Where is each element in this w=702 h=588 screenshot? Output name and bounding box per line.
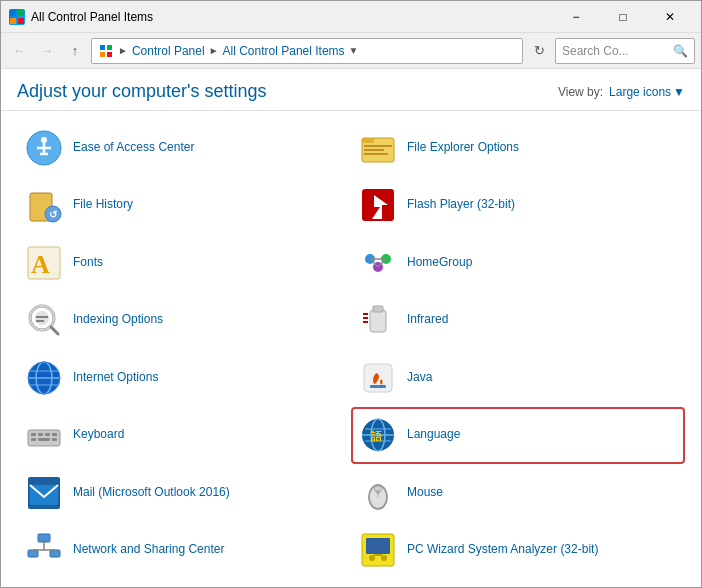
svg-rect-73 bbox=[28, 550, 38, 557]
mail-label: Mail (Microsoft Outlook 2016) bbox=[73, 485, 230, 501]
item-homegroup[interactable]: HomeGroup bbox=[351, 234, 685, 292]
window-title: All Control Panel Items bbox=[31, 10, 553, 24]
breadcrumb-home-icon bbox=[98, 43, 114, 59]
search-bar[interactable]: Search Co... 🔍 bbox=[555, 38, 695, 64]
flashplayer-icon bbox=[359, 186, 397, 224]
svg-rect-50 bbox=[370, 385, 386, 388]
item-file-history[interactable]: ↺ File History bbox=[17, 177, 351, 235]
item-java[interactable]: Java bbox=[351, 349, 685, 407]
ease-label: Ease of Access Center bbox=[73, 140, 194, 156]
homegroup-label: HomeGroup bbox=[407, 255, 472, 271]
fileexplorer-label: File Explorer Options bbox=[407, 140, 519, 156]
back-button[interactable]: ← bbox=[7, 39, 31, 63]
keyboard-label: Keyboard bbox=[73, 427, 124, 443]
svg-point-9 bbox=[41, 137, 47, 143]
item-mouse[interactable]: Mouse bbox=[351, 464, 685, 522]
svg-rect-53 bbox=[38, 433, 43, 436]
svg-rect-17 bbox=[364, 149, 384, 151]
item-keyboard[interactable]: Keyboard bbox=[17, 407, 351, 465]
mouse-label: Mouse bbox=[407, 485, 443, 501]
indexing-label: Indexing Options bbox=[73, 312, 163, 328]
view-by-label: View by: bbox=[558, 85, 603, 99]
java-icon bbox=[359, 359, 397, 397]
breadcrumb-dropdown-icon[interactable]: ▼ bbox=[349, 45, 359, 56]
pcwizard-label: PC Wizard System Analyzer (32-bit) bbox=[407, 542, 598, 558]
ease-icon bbox=[25, 129, 63, 167]
language-label: Language bbox=[407, 427, 460, 443]
items-container: Ease of Access Center File Explorer Opti… bbox=[1, 110, 701, 587]
search-icon: 🔍 bbox=[673, 44, 688, 58]
svg-rect-2 bbox=[10, 18, 16, 24]
svg-rect-58 bbox=[52, 438, 57, 441]
svg-rect-52 bbox=[31, 433, 36, 436]
window-icon bbox=[9, 9, 25, 25]
item-pc-wizard[interactable]: PC Wizard System Analyzer (32-bit) bbox=[351, 522, 685, 580]
svg-rect-1 bbox=[18, 10, 24, 16]
main-window: All Control Panel Items − □ ✕ ← → ↑ ► Co… bbox=[0, 0, 702, 588]
maximize-button[interactable]: □ bbox=[600, 4, 646, 30]
item-indexing-options[interactable]: Indexing Options bbox=[17, 292, 351, 350]
item-network-sharing[interactable]: Network and Sharing Center bbox=[17, 522, 351, 580]
svg-rect-0 bbox=[10, 10, 16, 16]
homegroup-icon bbox=[359, 244, 397, 282]
pcwizard-icon bbox=[359, 531, 397, 569]
svg-rect-18 bbox=[364, 153, 388, 155]
item-internet-options[interactable]: Internet Options bbox=[17, 349, 351, 407]
svg-text:A: A bbox=[31, 250, 50, 279]
svg-rect-39 bbox=[373, 306, 383, 312]
svg-text:語: 語 bbox=[371, 430, 383, 442]
breadcrumb-all-items[interactable]: All Control Panel Items bbox=[223, 44, 345, 58]
item-ease-of-access[interactable]: Ease of Access Center bbox=[17, 119, 351, 177]
infrared-icon bbox=[359, 301, 397, 339]
item-fonts[interactable]: A Fonts bbox=[17, 234, 351, 292]
breadcrumb-sep-2: ► bbox=[209, 45, 219, 56]
svg-rect-71 bbox=[376, 490, 380, 494]
mail-icon bbox=[25, 474, 63, 512]
view-by-control: View by: Large icons ▼ bbox=[558, 85, 685, 99]
view-by-value[interactable]: Large icons ▼ bbox=[609, 85, 685, 99]
search-placeholder-text: Search Co... bbox=[562, 44, 629, 58]
fileexplorer-icon bbox=[359, 129, 397, 167]
svg-rect-36 bbox=[36, 316, 48, 318]
page-title: Adjust your computer's settings bbox=[17, 81, 267, 102]
item-language[interactable]: 語 Language bbox=[351, 407, 685, 465]
svg-rect-82 bbox=[374, 554, 382, 556]
item-infrared[interactable]: Infrared bbox=[351, 292, 685, 350]
item-mail[interactable]: Mail (Microsoft Outlook 2016) bbox=[17, 464, 351, 522]
svg-rect-16 bbox=[364, 145, 392, 147]
refresh-button[interactable]: ↻ bbox=[527, 39, 551, 63]
mouse-icon bbox=[359, 474, 397, 512]
breadcrumb-control-panel[interactable]: Control Panel bbox=[132, 44, 205, 58]
flashplayer-label: Flash Player (32-bit) bbox=[407, 197, 515, 213]
svg-line-34 bbox=[51, 327, 58, 334]
close-button[interactable]: ✕ bbox=[647, 4, 693, 30]
svg-rect-38 bbox=[370, 310, 386, 332]
keyboard-icon bbox=[25, 416, 63, 454]
network-icon bbox=[25, 531, 63, 569]
filehistory-label: File History bbox=[73, 197, 133, 213]
svg-rect-7 bbox=[107, 52, 112, 57]
svg-rect-55 bbox=[52, 433, 57, 436]
forward-button[interactable]: → bbox=[35, 39, 59, 63]
content-header: Adjust your computer's settings View by:… bbox=[1, 69, 701, 110]
breadcrumb-sep-1: ► bbox=[118, 45, 128, 56]
up-button[interactable]: ↑ bbox=[63, 39, 87, 63]
internet-label: Internet Options bbox=[73, 370, 158, 386]
breadcrumb-bar: ► Control Panel ► All Control Panel Item… bbox=[91, 38, 523, 64]
content-area: Adjust your computer's settings View by:… bbox=[1, 69, 701, 587]
title-bar: All Control Panel Items − □ ✕ bbox=[1, 1, 701, 33]
svg-rect-4 bbox=[100, 45, 105, 50]
filehistory-icon: ↺ bbox=[25, 186, 63, 224]
svg-rect-72 bbox=[38, 534, 50, 542]
item-flash-player[interactable]: Flash Player (32-bit) bbox=[351, 177, 685, 235]
svg-text:↺: ↺ bbox=[49, 209, 58, 220]
address-bar: ← → ↑ ► Control Panel ► All Control Pane… bbox=[1, 33, 701, 69]
svg-rect-79 bbox=[366, 538, 390, 554]
svg-rect-3 bbox=[18, 18, 24, 24]
svg-rect-5 bbox=[107, 45, 112, 50]
item-file-explorer-options[interactable]: File Explorer Options bbox=[351, 119, 685, 177]
svg-rect-15 bbox=[362, 138, 374, 143]
chevron-down-icon: ▼ bbox=[673, 85, 685, 99]
minimize-button[interactable]: − bbox=[553, 4, 599, 30]
svg-rect-56 bbox=[31, 438, 36, 441]
